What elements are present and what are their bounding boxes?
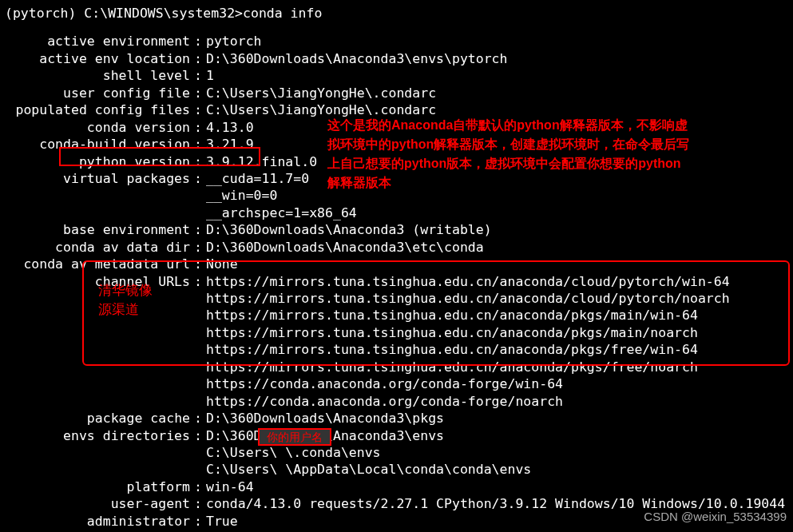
label: base environment [5, 221, 190, 238]
label: administrator [5, 513, 190, 530]
value: 4.13.0 [206, 119, 254, 136]
label: active env location [5, 50, 190, 67]
label: virtual packages [5, 170, 190, 187]
value: D:\360Downloads\Anaconda3\envs\pytorch [206, 50, 508, 67]
annot-line: 源渠道 [98, 300, 153, 320]
watermark: CSDN @weixin_53534399 [644, 509, 787, 525]
value: D:\360Downloads\Anaconda3 (writable) [206, 221, 492, 238]
annot-line: 解释器版本 [327, 173, 791, 193]
label: conda version [5, 119, 190, 136]
label: platform [5, 478, 190, 495]
channel-url-7: https://conda.anaconda.org/conda-forge/w… [5, 375, 793, 392]
command-prompt: (pytorch) C:\WINDOWS\system32>conda info [5, 5, 793, 22]
row-shell-level: shell level:1 [5, 67, 793, 84]
label: user config file [5, 85, 190, 101]
value: D:\360Downloads\Anaconda3\etc\conda [206, 239, 484, 256]
envs-dir-3: C:\Users\ \AppData\Local\conda\conda\env… [5, 461, 793, 478]
channel-url-8: https://conda.anaconda.org/conda-forge/n… [5, 393, 793, 410]
label: package cache [5, 410, 190, 427]
row-user-config: user config file:C:\Users\JiangYongHe\.c… [5, 85, 793, 101]
annot-line: 上自己想要的python版本，虚拟环境中会配置你想要的python [327, 154, 791, 173]
python-version-annotation: 这个是我的Anaconda自带默认的python解释器版本，不影响虚 拟环境中的… [327, 116, 791, 193]
value: C:\Users\JiangYongHe\.condarc [206, 85, 436, 101]
row-virtual-packages-3: __archspec=1=x86_64 [5, 204, 793, 221]
label: active environment [5, 33, 190, 50]
value: pytorch [206, 33, 262, 50]
row-platform: platform:win-64 [5, 478, 793, 495]
value: win-64 [206, 478, 254, 495]
channel-highlight-box: 清华镜像 源渠道 [82, 260, 790, 366]
envs-dir-2: C:\Users\ \.conda\envs [5, 444, 793, 461]
label: envs directories [5, 427, 190, 444]
value: __cuda=11.7=0 [206, 170, 309, 187]
row-envs-dirs: envs directories:D:\360Downloads\Anacond… [5, 427, 793, 444]
row-base-env: base environment:D:\360Downloads\Anacond… [5, 221, 793, 238]
value: D:\360Downloads\Anaconda3\pkgs [206, 410, 444, 427]
row-env-location: active env location:D:\360Downloads\Anac… [5, 50, 793, 67]
row-av-data: conda av data dir:D:\360Downloads\Anacon… [5, 239, 793, 256]
annot-line: 这个是我的Anaconda自带默认的python解释器版本，不影响虚 [327, 116, 791, 135]
label: populated config files [5, 101, 190, 118]
label: shell level [5, 67, 190, 84]
username-mask-annotation: 你的用户名 [258, 428, 331, 446]
row-package-cache: package cache:D:\360Downloads\Anaconda3\… [5, 410, 793, 427]
python-version-highlight-box [59, 147, 260, 166]
value: True [206, 513, 238, 530]
annot-line: 清华镜像 [98, 281, 153, 300]
value: 1 [206, 67, 214, 84]
label: user-agent [5, 495, 190, 512]
channel-annotation: 清华镜像 源渠道 [98, 281, 153, 320]
label: conda av data dir [5, 239, 190, 256]
row-active-env: active environment:pytorch [5, 33, 793, 50]
annot-line: 拟环境中的python解释器版本，创建虚拟环境时，在命令最后写 [327, 135, 791, 154]
